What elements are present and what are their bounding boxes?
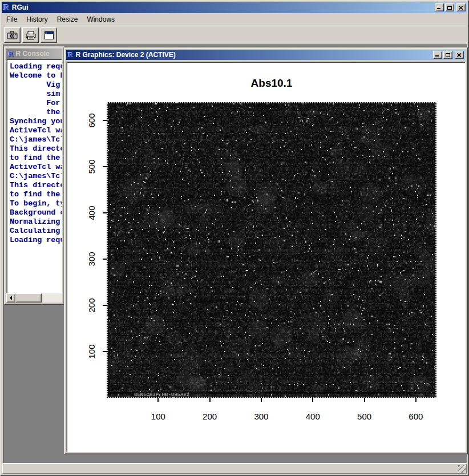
console-line: Synching you xyxy=(10,117,62,126)
window-icon xyxy=(43,31,55,40)
x-axis-tick xyxy=(157,398,159,402)
x-axis-tick xyxy=(261,398,262,402)
minimize-button[interactable] xyxy=(435,3,444,11)
console-line: To begin, ty xyxy=(10,199,62,208)
menu-bar: FileHistoryResizeWindows xyxy=(2,14,467,25)
y-axis-tick-label: 400 xyxy=(87,203,96,223)
y-axis-tick-label: 500 xyxy=(87,156,96,177)
y-axis-tick xyxy=(103,212,107,213)
maximize-button[interactable] xyxy=(445,3,454,11)
x-axis-tick-label: 600 xyxy=(403,412,428,421)
x-axis-tick-label: 200 xyxy=(197,412,223,421)
mdi-area: R R Console Loading requWelcome to B Vig… xyxy=(3,45,467,463)
menu-item-resize[interactable]: Resize xyxy=(52,14,83,25)
maximize-icon xyxy=(447,6,452,10)
y-axis-tick-label: 300 xyxy=(87,249,96,269)
console-line: Normalizing xyxy=(10,217,62,227)
menu-item-windows[interactable]: Windows xyxy=(82,14,119,25)
main-title-bar[interactable]: R RGui xyxy=(2,2,467,13)
console-title-bar[interactable]: R R Console xyxy=(6,49,62,59)
x-axis-tick-label: 500 xyxy=(352,412,377,421)
left-arrow-icon xyxy=(7,296,12,300)
minimize-icon xyxy=(435,55,439,57)
y-axis-tick xyxy=(103,166,107,167)
x-axis-tick-label: 400 xyxy=(300,412,325,421)
console-line: Loading requ xyxy=(10,62,62,71)
microarray-image xyxy=(107,102,436,398)
console-line: This directo xyxy=(10,144,62,154)
console-line: to find the xyxy=(10,190,62,199)
console-window: R R Console Loading requWelcome to B Vig… xyxy=(4,46,64,305)
console-line: Background c xyxy=(10,208,62,217)
scrollbar-thumb[interactable] xyxy=(15,293,42,302)
print-button[interactable] xyxy=(22,27,39,43)
minimize-icon xyxy=(437,8,440,9)
x-axis-tick xyxy=(415,398,417,402)
close-button[interactable] xyxy=(456,3,466,11)
graphics-title: R Graphics: Device 2 (ACTIVE) xyxy=(75,51,432,59)
x-axis-tick-label: 300 xyxy=(249,412,274,421)
close-icon xyxy=(457,53,462,57)
status-bar xyxy=(2,463,467,474)
graphics-close-button[interactable] xyxy=(455,51,464,59)
y-axis-tick xyxy=(103,305,107,306)
resize-grip[interactable] xyxy=(458,465,466,473)
x-axis-tick-label: 100 xyxy=(145,412,171,421)
camera-button[interactable] xyxy=(4,27,21,43)
console-line: C:\james\Tcl xyxy=(10,135,62,144)
camera-icon xyxy=(7,31,18,40)
graphics-title-bar[interactable]: R R Graphics: Device 2 (ACTIVE) xyxy=(66,50,466,60)
console-line: For xyxy=(10,99,62,108)
y-axis-tick xyxy=(103,351,107,352)
graphics-window: R R Graphics: Device 2 (ACTIVE) Abs10.1 … xyxy=(64,47,468,454)
y-axis-tick-label: 200 xyxy=(87,295,96,316)
console-line: sim xyxy=(10,90,62,99)
y-axis-tick xyxy=(103,120,107,121)
rgui-main-window: R RGui FileHistoryResizeWindows xyxy=(0,0,469,476)
graphics-minimize-button[interactable] xyxy=(433,51,442,59)
maximize-icon xyxy=(446,53,450,57)
r-logo-icon: R xyxy=(8,50,13,58)
y-axis-tick-label: 100 xyxy=(87,341,96,362)
console-line: the xyxy=(10,108,62,117)
console-line: Welcome to B xyxy=(10,71,62,80)
graphics-maximize-button[interactable] xyxy=(443,51,452,59)
printer-icon xyxy=(25,31,37,40)
console-line: This directo xyxy=(10,181,62,190)
console-line: ActiveTcl wa xyxy=(10,163,62,172)
console-line: ActiveTcl wa xyxy=(10,126,62,135)
plot-area: Abs10.1 10020030040050060010020030040050… xyxy=(66,62,466,452)
toolbar xyxy=(2,26,467,44)
y-axis-tick xyxy=(103,259,107,260)
y-axis-tick-label: 600 xyxy=(87,110,96,131)
scroll-left-button[interactable] xyxy=(6,293,15,302)
console-line: to find the xyxy=(10,154,62,163)
plot-title: Abs10.1 xyxy=(107,77,436,90)
main-window-title: RGui xyxy=(12,3,434,11)
console-line: Vig xyxy=(10,80,62,90)
console-line: Calculating xyxy=(10,227,62,236)
x-axis-tick xyxy=(364,398,365,402)
r-logo-icon: R xyxy=(68,51,73,59)
console-line: C:\james\Tcl xyxy=(10,172,62,181)
close-icon xyxy=(459,6,463,10)
x-axis-tick xyxy=(312,398,313,402)
console-title: R Console xyxy=(15,50,60,58)
console-hscrollbar[interactable] xyxy=(6,293,62,302)
console-output[interactable]: Loading requWelcome to B Vig sim For the… xyxy=(6,59,62,293)
console-line: Loading requ xyxy=(10,236,62,245)
console-window-button[interactable] xyxy=(41,27,57,43)
x-axis-tick xyxy=(209,398,211,402)
menu-item-history[interactable]: History xyxy=(22,14,52,25)
r-logo-icon: R xyxy=(3,3,10,11)
menu-item-file[interactable]: File xyxy=(2,14,22,25)
